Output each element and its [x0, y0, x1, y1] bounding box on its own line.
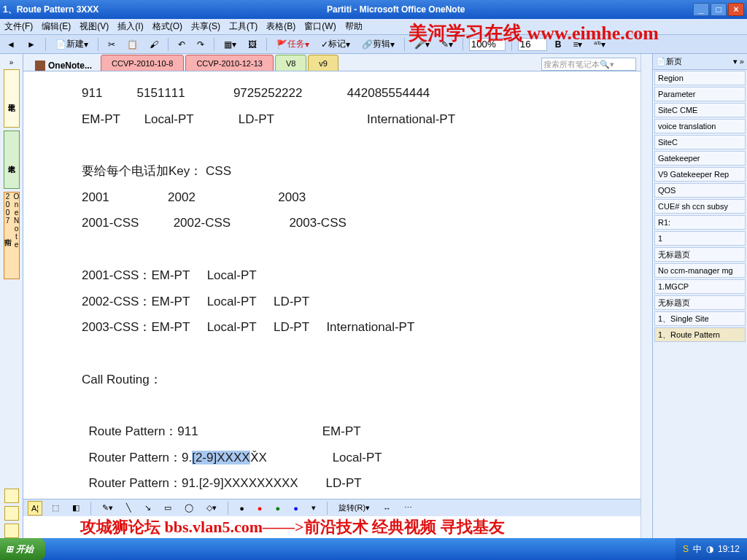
close-button[interactable]: × — [728, 3, 744, 16]
cut-icon[interactable]: ✂ — [104, 37, 119, 52]
page-item[interactable]: Region — [654, 71, 746, 85]
pen-blue-icon[interactable]: ✎▾ — [98, 501, 117, 516]
notebook-icon — [35, 61, 45, 71]
undo-icon[interactable]: ↶ — [174, 37, 189, 52]
menu-share[interactable]: 共享(S) — [191, 20, 220, 33]
page-list-pane: 📄新页 ▾ » Region Parameter SiteC CME voice… — [652, 54, 747, 538]
page-item[interactable]: SiteC CME — [654, 103, 746, 117]
menu-tools[interactable]: 工具(T) — [229, 20, 258, 33]
format-painter-icon[interactable]: 🖌 — [146, 37, 162, 52]
expand-strip-icon[interactable]: » — [9, 58, 14, 66]
space-icon[interactable]: ↔ — [379, 501, 395, 516]
title-center: Partiti - Microsoft Office OneNote — [98, 4, 693, 15]
menu-insert[interactable]: 插入(I) — [117, 20, 143, 33]
text-line: Route Pattern：911 EM-PT — [82, 419, 619, 445]
tray-icon2[interactable]: ◑ — [706, 544, 713, 554]
table-icon[interactable]: ▦▾ — [220, 37, 240, 52]
page-item[interactable]: SiteC — [654, 135, 746, 149]
clock[interactable]: 19:12 — [718, 544, 740, 554]
page-item[interactable]: Parameter — [654, 87, 746, 101]
separator — [404, 38, 405, 51]
maximize-button[interactable]: □ — [711, 3, 727, 16]
new-button[interactable]: 📄新建▾ — [52, 37, 92, 52]
text-line: Router Pattern：9.[2-9]XXXXX̌X Local-PT — [82, 445, 619, 471]
watermark-bottom: 攻城狮论坛 bbs.vlan5.com——>前沿技术 经典视频 寻找基友 — [80, 516, 505, 538]
tray-icon[interactable]: S — [683, 544, 689, 554]
new-page-button[interactable]: 📄新页 ▾ » — [653, 54, 747, 70]
watermark-top: 美河学习在线 www.eimhe.com — [409, 20, 659, 46]
note-content[interactable]: 911 5151111 9725252222 442085554444 EM-P… — [82, 80, 619, 538]
color-blue-icon[interactable]: ● — [290, 501, 302, 516]
arrow-tool-icon[interactable]: ↘ — [141, 501, 155, 516]
text-line: 2001-CSS：EM-PT Local-PT — [82, 262, 619, 289]
tab-v9[interactable]: v9 — [308, 55, 338, 71]
notebook-name[interactable]: OneNote... — [28, 61, 99, 71]
page-item[interactable]: R1: — [654, 215, 746, 230]
task-button[interactable]: 🚩任务▾ — [273, 37, 313, 52]
notebook-tab-personal[interactable]: 个人笔记本 — [4, 131, 20, 189]
separator — [98, 38, 98, 51]
rect-tool-icon[interactable]: ▭ — [160, 501, 175, 516]
rotate-button[interactable]: 旋转(R)▾ — [335, 501, 374, 516]
page-canvas[interactable]: 911 5151111 9725252222 442085554444 EM-P… — [23, 71, 640, 538]
color-red-icon[interactable]: ● — [254, 501, 266, 516]
redo-icon[interactable]: ↷ — [193, 37, 208, 52]
shapes-icon[interactable]: ◇▾ — [203, 501, 220, 516]
trash-icon[interactable] — [4, 506, 19, 521]
taskbar: ⊞ 开始 S S 中 少 中 ◑ 19:12 — [0, 538, 747, 560]
menu-view[interactable]: 视图(V) — [80, 20, 109, 33]
menu-edit[interactable]: 编辑(E) — [42, 20, 71, 33]
separator — [214, 38, 214, 51]
more-colors-icon[interactable]: ▾ — [308, 501, 320, 516]
separator — [266, 38, 267, 51]
page-item[interactable]: No ccm-manager mg — [654, 263, 746, 278]
menu-window[interactable]: 窗口(W) — [304, 20, 336, 33]
system-tray[interactable]: S S 中 少 中 ◑ 19:12 — [676, 538, 747, 560]
back-button[interactable]: ◄ — [3, 37, 19, 52]
ellipse-tool-icon[interactable]: ◯ — [181, 501, 197, 516]
page-item[interactable]: 1、Single Site — [654, 311, 746, 326]
line-tool-icon[interactable]: ╲ — [123, 501, 135, 516]
text-line: EM-PT Local-PT LD-PT International-PT — [82, 106, 619, 133]
clip-button[interactable]: 🔗剪辑▾ — [358, 37, 398, 52]
menu-format[interactable]: 格式(O) — [152, 20, 182, 33]
minimize-button[interactable]: _ — [693, 3, 709, 16]
menu-help[interactable]: 帮助 — [345, 20, 363, 33]
image-icon[interactable]: 🖼 — [244, 37, 260, 52]
page-item[interactable]: 1 — [654, 231, 746, 246]
more-icon[interactable]: ⋯ — [400, 501, 416, 516]
color-green-icon[interactable]: ● — [272, 501, 285, 516]
forward-button[interactable]: ► — [23, 37, 39, 52]
lasso-tool-icon[interactable]: ⬚ — [48, 501, 63, 516]
search-input[interactable]: 搜索所有笔记本 🔍▾ — [541, 58, 636, 71]
unfiled-notes-icon[interactable] — [4, 489, 19, 503]
color-black-icon[interactable]: ● — [236, 501, 248, 516]
tag-button[interactable]: ✓标记▾ — [317, 37, 354, 52]
page-item[interactable]: 无标题页 — [654, 295, 746, 310]
notebook-tab-work[interactable]: 工作笔记本 — [4, 69, 20, 128]
menu-file[interactable]: 文件(F) — [4, 20, 33, 33]
page-item[interactable]: QOS — [654, 183, 746, 198]
tab-ccvp1[interactable]: CCVP-2010-10-8 — [101, 55, 184, 71]
vertical-scrollbar[interactable] — [640, 54, 652, 538]
eraser-tool-icon[interactable]: ◧ — [69, 501, 83, 516]
page-item[interactable]: Gatekeeper — [654, 151, 746, 166]
text-tool-icon[interactable]: A¦ — [28, 501, 42, 516]
text-line: 要给每个电话加Key： CSS — [82, 158, 619, 184]
text-line: 2002-CSS：EM-PT Local-PT LD-PT — [82, 289, 619, 315]
tab-ccvp2[interactable]: CCVP-2010-12-13 — [185, 55, 274, 71]
page-item[interactable]: voice translation — [654, 119, 746, 133]
start-button[interactable]: ⊞ 开始 — [0, 538, 45, 560]
ime-icon[interactable]: 中 — [693, 543, 702, 556]
page-item[interactable]: CUE# sh ccn subsy — [654, 199, 746, 214]
menu-table[interactable]: 表格(B) — [266, 20, 295, 33]
page-item-active[interactable]: 1、Route Pattern — [654, 327, 746, 342]
misc-icon[interactable] — [4, 524, 19, 538]
tab-v8[interactable]: V8 — [275, 55, 306, 71]
page-item[interactable]: V9 Gatekeeper Rep — [654, 167, 746, 182]
copy-icon[interactable]: 📋 — [123, 37, 142, 52]
notebook-tab-guide[interactable]: OneNote 2007 指南 — [4, 192, 20, 279]
page-item[interactable]: 1.MGCP — [654, 279, 746, 294]
page-item[interactable]: 无标题页 — [654, 247, 746, 262]
window-buttons: _ □ × — [693, 3, 744, 16]
